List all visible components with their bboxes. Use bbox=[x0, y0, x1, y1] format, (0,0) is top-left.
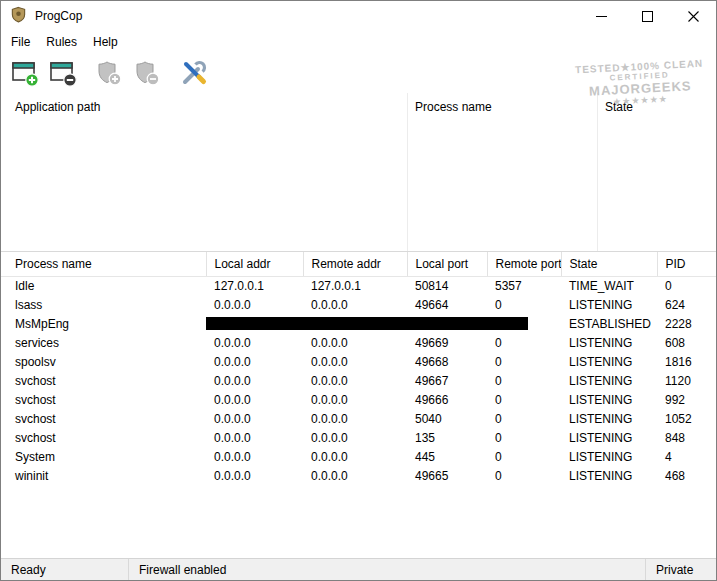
cell-state: TIME_WAIT bbox=[561, 276, 657, 295]
cell-remote-port: 0 bbox=[487, 390, 561, 409]
minimize-icon bbox=[596, 11, 607, 22]
col-remote-addr[interactable]: Remote addr bbox=[303, 252, 407, 276]
cell-process: svchost bbox=[1, 390, 206, 409]
cell-pid: 848 bbox=[657, 428, 716, 447]
block-program-button[interactable] bbox=[129, 56, 165, 90]
connection-row[interactable]: MsMpEngESTABLISHED2228 bbox=[1, 314, 716, 333]
connection-row[interactable]: svchost0.0.0.00.0.0.0496670LISTENING1120 bbox=[1, 371, 716, 390]
cell-local-port: 5040 bbox=[407, 409, 487, 428]
cell-local-addr: 0.0.0.0 bbox=[206, 371, 303, 390]
window-plus-icon bbox=[11, 59, 39, 87]
connections-header-row: Process name Local addr Remote addr Loca… bbox=[1, 252, 716, 276]
connection-row[interactable]: svchost0.0.0.00.0.0.0496660LISTENING992 bbox=[1, 390, 716, 409]
connection-row[interactable]: svchost0.0.0.00.0.0.050400LISTENING1052 bbox=[1, 409, 716, 428]
col-local-port[interactable]: Local port bbox=[407, 252, 487, 276]
tools-icon bbox=[178, 59, 208, 87]
progcop-window: ProgCop File Rules Help bbox=[0, 0, 717, 581]
cell-remote-addr: 0.0.0.0 bbox=[303, 466, 407, 485]
cell-local-port: 445 bbox=[407, 447, 487, 466]
cell-remote-port: 0 bbox=[487, 352, 561, 371]
col-remote-port[interactable]: Remote port bbox=[487, 252, 561, 276]
cell-state: LISTENING bbox=[561, 352, 657, 371]
cell-state: LISTENING bbox=[561, 390, 657, 409]
cell-remote-addr: 0.0.0.0 bbox=[303, 447, 407, 466]
cell-state: LISTENING bbox=[561, 447, 657, 466]
remove-program-button[interactable] bbox=[45, 56, 81, 90]
cell-process: lsass bbox=[1, 295, 206, 314]
status-network: Private bbox=[645, 559, 716, 580]
menu-help[interactable]: Help bbox=[85, 32, 126, 52]
cell-process: MsMpEng bbox=[1, 314, 206, 333]
redaction-bar bbox=[206, 317, 528, 330]
settings-button[interactable] bbox=[175, 56, 211, 90]
connection-row[interactable]: spoolsv0.0.0.00.0.0.0496680LISTENING1816 bbox=[1, 352, 716, 371]
cell-state: LISTENING bbox=[561, 428, 657, 447]
window-controls bbox=[578, 1, 716, 31]
cell-local-port: 50814 bbox=[407, 276, 487, 295]
menu-file[interactable]: File bbox=[3, 32, 38, 52]
app-icon bbox=[10, 6, 27, 27]
close-icon bbox=[688, 11, 699, 22]
connection-row[interactable]: Idle127.0.0.1127.0.0.1508145357TIME_WAIT… bbox=[1, 276, 716, 295]
cell-remote-port: 0 bbox=[487, 409, 561, 428]
connection-row[interactable]: svchost0.0.0.00.0.0.01350LISTENING848 bbox=[1, 428, 716, 447]
col-process-name[interactable]: Process name bbox=[415, 100, 492, 114]
cell-remote-addr: 0.0.0.0 bbox=[303, 352, 407, 371]
cell-pid: 1816 bbox=[657, 352, 716, 371]
cell-process: spoolsv bbox=[1, 352, 206, 371]
cell-local-addr: 0.0.0.0 bbox=[206, 447, 303, 466]
cell-local-port: 49664 bbox=[407, 295, 487, 314]
menubar: File Rules Help bbox=[1, 31, 716, 53]
cell-local-addr: 0.0.0.0 bbox=[206, 295, 303, 314]
maximize-button[interactable] bbox=[624, 1, 670, 31]
col-state[interactable]: State bbox=[561, 252, 657, 276]
cell-remote-port: 0 bbox=[487, 333, 561, 352]
minimize-button[interactable] bbox=[578, 1, 624, 31]
connection-row[interactable]: System0.0.0.00.0.0.04450LISTENING4 bbox=[1, 447, 716, 466]
close-button[interactable] bbox=[670, 1, 716, 31]
col-application-path[interactable]: Application path bbox=[15, 100, 100, 114]
cell-pid: 0 bbox=[657, 276, 716, 295]
cell-local-port: 135 bbox=[407, 428, 487, 447]
cell-local-port: 49668 bbox=[407, 352, 487, 371]
blocked-applications-panel: Application path Process name State bbox=[1, 93, 716, 251]
cell-remote-port: 0 bbox=[487, 428, 561, 447]
cell-pid: 1052 bbox=[657, 409, 716, 428]
add-program-button[interactable] bbox=[7, 56, 43, 90]
cell-process: Idle bbox=[1, 276, 206, 295]
column-divider bbox=[407, 93, 408, 251]
menu-rules[interactable]: Rules bbox=[38, 32, 85, 52]
cell-pid: 608 bbox=[657, 333, 716, 352]
cell-pid: 624 bbox=[657, 295, 716, 314]
col-state[interactable]: State bbox=[605, 100, 633, 114]
allow-program-button[interactable] bbox=[91, 56, 127, 90]
connection-row[interactable]: services0.0.0.00.0.0.0496690LISTENING608 bbox=[1, 333, 716, 352]
cell-state: LISTENING bbox=[561, 409, 657, 428]
cell-process: svchost bbox=[1, 409, 206, 428]
cell-pid: 2228 bbox=[657, 314, 716, 333]
col-local-addr[interactable]: Local addr bbox=[206, 252, 303, 276]
cell-remote-addr: 127.0.0.1 bbox=[303, 276, 407, 295]
cell-pid: 992 bbox=[657, 390, 716, 409]
cell-remote-addr: 0.0.0.0 bbox=[303, 390, 407, 409]
cell-remote-addr: 0.0.0.0 bbox=[303, 371, 407, 390]
col-process-name[interactable]: Process name bbox=[1, 252, 206, 276]
toolbar bbox=[1, 53, 716, 93]
cell-state: LISTENING bbox=[561, 466, 657, 485]
cell-local-addr: 0.0.0.0 bbox=[206, 352, 303, 371]
shield-minus-icon bbox=[133, 59, 161, 87]
cell-process: svchost bbox=[1, 371, 206, 390]
cell-local-addr: 0.0.0.0 bbox=[206, 466, 303, 485]
titlebar: ProgCop bbox=[1, 1, 716, 31]
cell-local-addr: 0.0.0.0 bbox=[206, 390, 303, 409]
cell-remote-addr: 0.0.0.0 bbox=[303, 295, 407, 314]
cell-state: LISTENING bbox=[561, 371, 657, 390]
connections-panel: Process name Local addr Remote addr Loca… bbox=[1, 251, 716, 558]
col-pid[interactable]: PID bbox=[657, 252, 716, 276]
cell-local-addr: 0.0.0.0 bbox=[206, 333, 303, 352]
connection-row[interactable]: lsass0.0.0.00.0.0.0496640LISTENING624 bbox=[1, 295, 716, 314]
connection-row[interactable]: wininit0.0.0.00.0.0.0496650LISTENING468 bbox=[1, 466, 716, 485]
shield-plus-icon bbox=[95, 59, 123, 87]
cell-remote-addr: 0.0.0.0 bbox=[303, 409, 407, 428]
cell-pid: 4 bbox=[657, 447, 716, 466]
